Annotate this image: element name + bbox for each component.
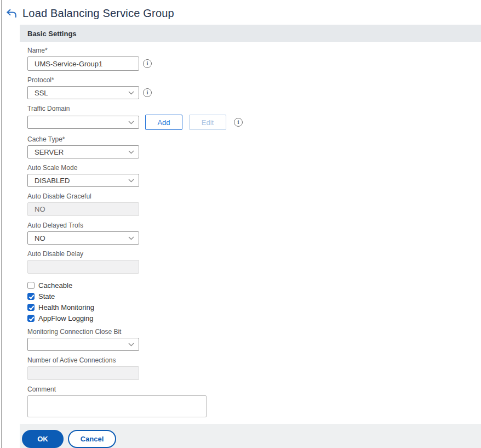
protocol-info-icon[interactable]: i <box>143 88 152 97</box>
checkbox-icon[interactable] <box>27 293 35 300</box>
edit-button[interactable]: Edit <box>189 115 226 130</box>
chevron-down-icon <box>128 91 134 95</box>
field-auto-disable-delay: Auto Disable Delay <box>27 251 473 274</box>
checkbox-group: Cacheable State Health Monitoring AppFlo… <box>27 280 473 324</box>
checkbox-label: State <box>38 292 55 300</box>
auto-disable-delay-input <box>27 260 139 274</box>
checkbox-label: AppFlow Logging <box>38 314 93 322</box>
traffic-domain-info-icon[interactable]: i <box>234 118 243 127</box>
field-auto-delayed-trofs: Auto Delayed Trofs NO <box>27 222 473 245</box>
page-left-divider <box>1 0 2 448</box>
auto-delayed-trofs-label: Auto Delayed Trofs <box>27 222 473 229</box>
cache-type-select-value: SERVER <box>35 148 128 156</box>
checkbox-icon[interactable] <box>27 282 35 289</box>
checkbox-cacheable[interactable]: Cacheable <box>27 280 473 291</box>
basic-settings-panel: Basic Settings Name* i Protocol* SSL i T <box>20 25 481 448</box>
protocol-label: Protocol* <box>27 77 473 84</box>
chevron-down-icon <box>128 343 134 347</box>
auto-delayed-trofs-select[interactable]: NO <box>27 231 139 245</box>
auto-scale-mode-select-value: DISABLED <box>35 177 128 185</box>
field-protocol: Protocol* SSL i <box>27 77 473 99</box>
add-button[interactable]: Add <box>145 115 182 130</box>
name-input[interactable] <box>27 56 139 71</box>
auto-disable-delay-label: Auto Disable Delay <box>27 251 473 258</box>
checkbox-state[interactable]: State <box>27 291 473 302</box>
panel-header: Basic Settings <box>20 25 481 42</box>
field-name: Name* i <box>27 47 473 71</box>
protocol-select[interactable]: SSL <box>27 86 139 99</box>
cancel-button[interactable]: Cancel <box>68 430 116 448</box>
field-cache-type: Cache Type* SERVER <box>27 136 473 158</box>
name-info-icon[interactable]: i <box>143 59 152 68</box>
chevron-down-icon <box>128 121 134 124</box>
chevron-down-icon <box>128 150 134 154</box>
checkbox-icon[interactable] <box>27 315 35 322</box>
comment-label: Comment <box>27 386 473 393</box>
checkbox-icon[interactable] <box>27 304 35 311</box>
auto-scale-mode-label: Auto Scale Mode <box>27 165 473 172</box>
panel-title: Basic Settings <box>27 30 77 38</box>
chevron-down-icon <box>128 236 134 240</box>
panel-footer: OK Cancel <box>20 424 481 448</box>
checkbox-health-monitoring[interactable]: Health Monitoring <box>27 302 473 313</box>
auto-scale-mode-select[interactable]: DISABLED <box>27 174 139 187</box>
monitoring-connection-close-bit-select[interactable] <box>27 338 139 351</box>
cache-type-select[interactable]: SERVER <box>27 145 139 158</box>
ok-button[interactable]: OK <box>22 430 64 448</box>
number-of-active-connections-label: Number of Active Connections <box>27 357 473 364</box>
field-comment: Comment <box>27 386 473 417</box>
protocol-select-value: SSL <box>35 89 128 97</box>
field-monitoring-connection-close-bit: Monitoring Connection Close Bit <box>27 328 473 351</box>
field-traffic-domain: Traffic Domain Add Edit i <box>27 105 473 130</box>
traffic-domain-label: Traffic Domain <box>27 105 473 112</box>
auto-delayed-trofs-select-value: NO <box>35 234 128 242</box>
checkbox-label: Cacheable <box>38 281 72 290</box>
name-label: Name* <box>27 47 473 54</box>
panel-body: Name* i Protocol* SSL i Traffic Domain <box>20 42 481 424</box>
field-number-of-active-connections: Number of Active Connections <box>27 357 473 380</box>
page-header: Load Balancing Service Group <box>0 0 481 20</box>
number-of-active-connections-input <box>27 366 139 380</box>
back-arrow-icon[interactable] <box>5 8 18 19</box>
page-title: Load Balancing Service Group <box>22 7 174 20</box>
cache-type-label: Cache Type* <box>27 136 473 143</box>
auto-disable-graceful-label: Auto Disable Graceful <box>27 193 473 200</box>
field-auto-scale-mode: Auto Scale Mode DISABLED <box>27 165 473 187</box>
field-auto-disable-graceful: Auto Disable Graceful NO <box>27 193 473 216</box>
checkbox-appflow-logging[interactable]: AppFlow Logging <box>27 313 473 324</box>
chevron-down-icon <box>128 179 134 183</box>
checkbox-label: Health Monitoring <box>38 303 94 311</box>
comment-textarea[interactable] <box>27 395 207 417</box>
auto-disable-graceful-input: NO <box>27 202 139 216</box>
traffic-domain-select[interactable] <box>27 116 139 129</box>
monitoring-connection-close-bit-label: Monitoring Connection Close Bit <box>27 328 473 336</box>
